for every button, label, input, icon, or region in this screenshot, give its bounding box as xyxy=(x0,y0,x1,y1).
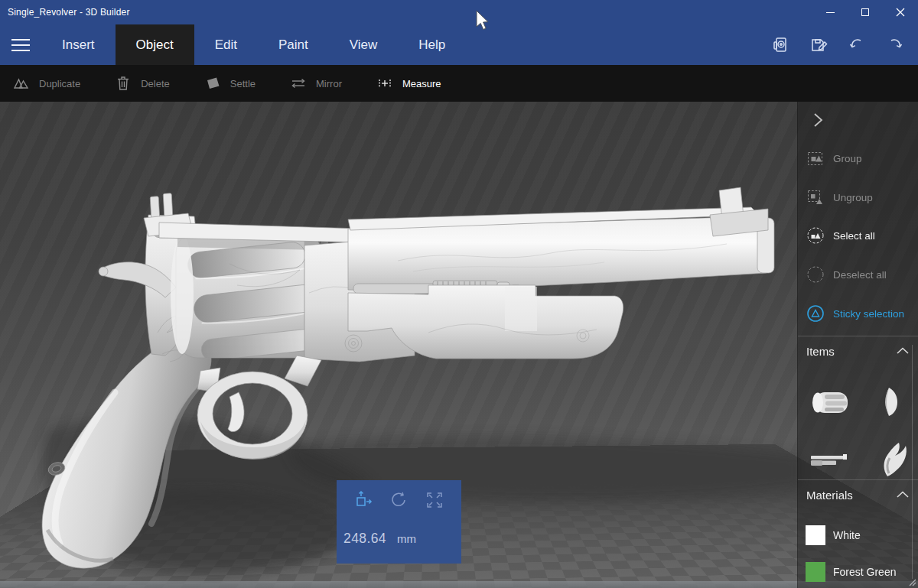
close-icon xyxy=(896,8,905,17)
maximize-button[interactable] xyxy=(848,0,883,24)
group-icon xyxy=(806,148,825,168)
sticky-selection-icon xyxy=(806,304,825,323)
menu-item-insert[interactable]: Insert xyxy=(41,24,116,65)
chevron-up-icon[interactable] xyxy=(896,345,910,359)
3d-print-button[interactable] xyxy=(765,30,796,60)
item-thumbnail-side-plate[interactable] xyxy=(864,372,917,430)
measure-unit: mm xyxy=(397,532,416,545)
object-toolbar: Duplicate Delete Settle Mirror xyxy=(0,65,918,102)
rotate-tool-icon[interactable] xyxy=(388,489,409,511)
redo-button[interactable] xyxy=(880,30,910,60)
3d-viewport[interactable]: 248.64 mm xyxy=(0,102,918,588)
window-resize-grip[interactable] xyxy=(906,576,916,586)
duplicate-icon xyxy=(12,74,31,93)
settle-button[interactable]: Settle xyxy=(187,65,272,102)
chevron-up-icon[interactable] xyxy=(896,489,910,502)
deselect-all-icon xyxy=(806,265,825,284)
measure-panel: 248.64 mm xyxy=(337,480,461,564)
ungroup-icon xyxy=(806,187,825,207)
sidebar-scrollbar[interactable] xyxy=(912,345,913,579)
redo-icon xyxy=(886,36,904,54)
menu-item-view[interactable]: View xyxy=(329,24,399,65)
minimize-button[interactable] xyxy=(812,0,848,24)
titlebar: Single_Revolver - 3D Builder xyxy=(0,0,918,24)
sidebar-collapse-button[interactable] xyxy=(807,109,828,131)
menu-item-edit[interactable]: Edit xyxy=(194,24,258,65)
close-button[interactable] xyxy=(883,0,918,24)
item-thumbnail-cylinder[interactable] xyxy=(804,372,858,430)
menu-item-help[interactable]: Help xyxy=(398,24,466,65)
materials-divider xyxy=(798,479,918,480)
save-copy-button[interactable] xyxy=(803,30,834,60)
3d-builder-window: 248.64 mm Single_Revolver - 3D Builder I… xyxy=(0,0,918,588)
select-all-button[interactable]: Select all xyxy=(798,217,918,254)
delete-icon xyxy=(114,74,132,93)
maximize-icon xyxy=(861,8,869,16)
deselect-all-button[interactable]: Deselect all xyxy=(798,256,918,293)
select-all-icon xyxy=(806,226,825,245)
save-copy-icon xyxy=(809,36,828,54)
undo-icon xyxy=(848,36,866,54)
group-button[interactable]: Group xyxy=(798,140,918,177)
sticky-selection-button[interactable]: Sticky selection xyxy=(798,295,918,332)
ungroup-button[interactable]: Ungroup xyxy=(798,179,918,216)
measure-button[interactable]: Measure xyxy=(359,65,458,102)
menubar: Insert Object Edit Paint View Help xyxy=(0,24,918,65)
3d-print-icon xyxy=(771,36,789,54)
settle-icon xyxy=(203,74,222,93)
material-swatch-forest-green xyxy=(806,562,825,582)
menu-item-object[interactable]: Object xyxy=(116,24,194,65)
window-title: Single_Revolver - 3D Builder xyxy=(0,7,130,18)
delete-button[interactable]: Delete xyxy=(97,65,187,102)
move-tool-icon[interactable] xyxy=(353,489,374,511)
right-sidebar: Group Ungroup Select all xyxy=(797,102,918,588)
mirror-button[interactable]: Mirror xyxy=(272,65,359,102)
materials-header[interactable]: Materials xyxy=(798,481,918,508)
measure-icon xyxy=(376,74,394,93)
measure-value: 248.64 xyxy=(343,531,386,547)
material-forest-green[interactable]: Forest Green xyxy=(798,554,918,588)
chevron-right-icon xyxy=(809,111,826,129)
scale-tool-icon[interactable] xyxy=(424,489,445,511)
items-header[interactable]: Items xyxy=(798,337,918,365)
menu-item-paint[interactable]: Paint xyxy=(258,24,329,65)
hamburger-menu-button[interactable] xyxy=(11,37,31,53)
undo-button[interactable] xyxy=(842,30,872,60)
duplicate-button[interactable]: Duplicate xyxy=(0,65,97,102)
material-swatch-white xyxy=(806,525,825,545)
material-white[interactable]: White xyxy=(798,518,918,553)
items-divider xyxy=(798,336,918,336)
minimize-icon xyxy=(826,12,835,13)
mirror-icon xyxy=(289,74,308,93)
